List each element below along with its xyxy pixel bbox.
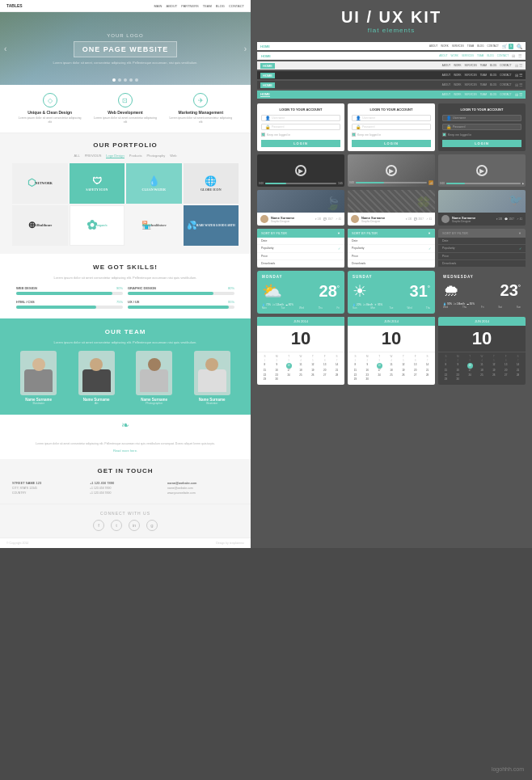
weather-bottom-monday: MonTueWedThuFri [262,306,340,310]
nb1-contact[interactable]: CONTACT [487,44,498,48]
googleplus-icon[interactable]: g [146,520,158,531]
dropdown-item-2-3[interactable]: Downloads [348,260,435,268]
portfolio-item-water[interactable]: 💧 CLEAN WATER [126,163,182,204]
play-button-1[interactable]: ▶ [295,165,306,176]
username-input-2[interactable]: 👤 Username [352,115,431,121]
left-panel: TABLES MAIN ABOUT PARTNERS TEAM BLOG CON… [0,0,251,548]
nb1-services[interactable]: SERVICES [452,44,464,48]
dropdown-item-2-0[interactable]: Date [348,238,435,245]
team-member-1: Name Surname Illustrator [12,351,65,405]
filter-prev[interactable]: PREVIOUS [85,154,102,158]
nav-links: MAIN ABOUT PARTNERS TEAM BLOG CONTACT [154,4,245,8]
nav-link-team[interactable]: TEAM [203,4,212,8]
social-card-img-1: 🍃 [257,190,344,213]
dropdown-item-2-1[interactable]: Popularity✓ [348,245,435,253]
dropdown-item-3-2[interactable]: Price [438,253,526,260]
dropdown-item-1-1[interactable]: Popularity✓ [257,245,344,253]
hero-dot-1[interactable] [112,78,116,82]
username-input-3[interactable]: 👤 Username [442,115,521,121]
uikit-subtitle: flat elements [257,27,526,34]
dropdown-item-1-0[interactable]: Date [257,238,344,245]
play-button-2[interactable]: ▶ [386,165,397,176]
nb1-team[interactable]: TEAM [467,44,474,48]
dropdown-header-1[interactable]: SORT BY FILTER ▼ [257,229,344,238]
hero-arrow-left[interactable]: ‹ [4,44,6,53]
dropdown-2: SORT BY FILTER ▼ Date Popularity✓ Price … [348,229,435,268]
weather-temp-monday: 28° [319,282,340,301]
nb1-blog[interactable]: BLOG [477,44,483,48]
cal-grid-1: SMTWTFS 1234567 891011121314 15161718192… [257,352,344,385]
portfolio-item-globe[interactable]: 🌐 GLOBE ICON [184,163,239,204]
portfolio-item-health[interactable]: ⊕ iHealthcare [12,205,68,246]
lock-icon-2: 🔒 [356,124,361,129]
portfolio-item-water2[interactable]: 💦 BARE WATER GOOD EARTH [184,205,239,246]
team-role-4: Illustrator [206,402,217,405]
hero-dot-5[interactable] [135,78,138,82]
remember-checkbox-2[interactable]: ✓ Keep me logged in [352,133,431,137]
filter-photo[interactable]: Photography [147,154,166,158]
nav-link-contact[interactable]: CONTACT [229,4,244,8]
hero-section: ‹ YOUR LOGO ONE PAGE WEBSITE Lorem ipsum… [0,12,251,85]
hero-arrow-right[interactable]: › [244,44,247,53]
dropdown-item-2-2[interactable]: Price [348,253,435,260]
nb1-work[interactable]: WORK [441,44,448,48]
dropdown-item-1-2[interactable]: Price [257,253,344,260]
leaf-watermark-1: 🍃 [325,196,341,211]
nav-link-about[interactable]: ABOUT [167,4,178,8]
dropdown-item-3-3[interactable]: Downloads [438,260,526,268]
dropdown-header-2[interactable]: SORT BY FILTER ▼ [348,229,435,238]
nav-link-partners[interactable]: PARTNERS [181,4,198,8]
skills-subtitle: Lorem ipsum dolor sit amet consectetur a… [44,276,206,280]
team-member-3: Name Surname Photographer [128,351,181,405]
filter-logo[interactable]: Logo Design [106,154,124,158]
filter-all[interactable]: ALL [74,154,80,158]
portfolio-item-network[interactable]: ⬡ NETWORK [12,163,68,204]
portfolio-item-healthstore[interactable]: 🏪 healthstore [126,205,182,246]
team-section: OUR TEAM Lorem ipsum dolor sit amet cons… [0,318,251,415]
remember-checkbox-1[interactable]: ✓ Keep me logged in [261,133,340,137]
checkbox-box-2: ✓ [352,133,356,137]
play-button-3[interactable]: ▶ [476,165,488,176]
login-button-2[interactable]: LOGIN [352,140,431,147]
filter-products[interactable]: Products [129,154,142,158]
nav-logo: TABLES [6,3,23,8]
hero-dot-2[interactable] [118,78,121,82]
password-input-3[interactable]: 🔒 Password [442,124,521,130]
video-row: ▶ 0:00 3:45 ▶ 0:00 📶 ▶ 0:00 [257,154,526,187]
calendar-2: JUN 2014 10 SMTWTFS 1234567 891011121314… [348,317,435,385]
filter-web[interactable]: Web [170,154,176,158]
linkedin-icon[interactable]: in [129,520,140,531]
dropdown-header-3[interactable]: SORT BY FILTER ▼ [438,229,526,238]
login-button-1[interactable]: LOGIN [261,140,340,147]
facebook-icon[interactable]: f [93,520,104,531]
password-input-2[interactable]: 🔒 Password [352,124,431,130]
remember-checkbox-3[interactable]: ✓ Keep me logged in [442,133,521,137]
dropdown-item-3-1[interactable]: Popularity✓ [438,245,526,253]
social-card-img-3: 🐦 [438,190,526,213]
contact-phone-label: +1 123 456 7890 [90,481,161,485]
about-link[interactable]: Read more here. [16,449,234,453]
skill-webdesign: WEB DESIGN 90% [16,286,123,295]
login-button-3[interactable]: LOGIN [442,140,521,147]
username-input-1[interactable]: 👤 Username [261,115,340,121]
weather-card-monday: MONDAY ⛅ 28° 💧70% 🌬12km/h ☁80% MonTueWed… [257,271,344,314]
hero-dot-4[interactable] [129,78,133,82]
password-placeholder-2: Password [362,125,374,129]
nb1-about[interactable]: ABOUT [429,44,437,48]
contact-phone: +1 123 456 7890 +1 123 456 7890+1 123 45… [90,481,161,495]
nav-bar: TABLES MAIN ABOUT PARTNERS TEAM BLOG CON… [0,0,251,12]
portfolio-item-safety[interactable]: 🛡 SAFETY ICON [70,163,125,204]
contact-email-label: name@website.com [167,481,239,485]
card-stats-1: ♥ 136 💬 3567 ↗ 41 [315,217,341,221]
hero-dot-3[interactable] [124,78,127,82]
video-player-1: ▶ 0:00 3:45 [257,154,344,187]
portfolio-item-organic[interactable]: ✿ organix [70,205,125,246]
contact-phone-value: +1 123 456 7890+1 123 456 7890 [90,487,161,495]
dropdown-item-1-3[interactable]: Downloads [257,260,344,268]
dropdown-item-3-0[interactable]: Date [438,238,526,245]
navbar-example-5: HOME ABOUT WORK SERVICES TEAM BLOG CONTA… [257,81,526,89]
twitter-icon[interactable]: t [111,520,122,531]
nav-link-blog[interactable]: BLOG [216,4,225,8]
password-input-1[interactable]: 🔒 Password [261,124,340,130]
nav-link-main[interactable]: MAIN [154,4,163,8]
